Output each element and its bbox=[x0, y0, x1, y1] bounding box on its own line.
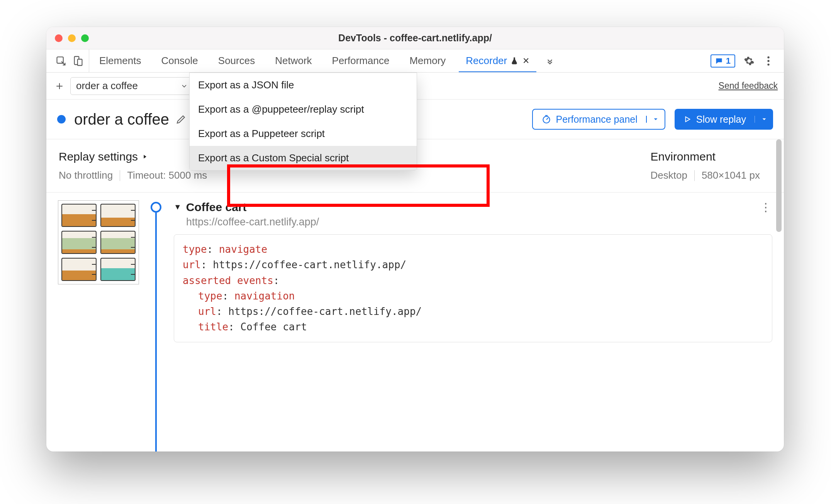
slow-replay-caret[interactable] bbox=[755, 116, 773, 123]
new-recording-button[interactable]: ＋ bbox=[53, 79, 66, 93]
export-custom-special[interactable]: Export as a Custom Special script bbox=[190, 146, 417, 170]
viewport-value: 580×1041 px bbox=[702, 169, 760, 181]
more-tabs-button[interactable] bbox=[539, 49, 560, 72]
button-label: Performance panel bbox=[556, 114, 638, 125]
code-key: url bbox=[198, 306, 216, 317]
slow-replay-button[interactable]: Slow replay bbox=[675, 109, 773, 130]
panel-tabs: Elements Console Sources Network Perform… bbox=[89, 49, 704, 72]
tab-label: Elements bbox=[99, 55, 141, 67]
throttling-value: No throttling bbox=[59, 169, 113, 181]
code-val: https://coffee-cart.netlify.app/ bbox=[213, 259, 406, 271]
scrollbar[interactable] bbox=[776, 139, 782, 232]
panel-tabs-row: Elements Console Sources Network Perform… bbox=[46, 49, 784, 73]
code-val: https://coffee-cart.netlify.app/ bbox=[228, 306, 422, 317]
tab-performance[interactable]: Performance bbox=[322, 49, 400, 72]
export-menu: Export as a JSON file Export as a @puppe… bbox=[189, 73, 417, 171]
titlebar: DevTools - coffee-cart.netlify.app/ bbox=[46, 27, 784, 49]
tab-label: Network bbox=[275, 55, 312, 67]
divider bbox=[120, 170, 120, 181]
recording-status-dot bbox=[57, 115, 66, 123]
tab-network[interactable]: Network bbox=[265, 49, 322, 72]
devtools-window: DevTools - coffee-cart.netlify.app/ Elem… bbox=[46, 27, 784, 452]
performance-panel-button[interactable]: Performance panel bbox=[532, 109, 665, 130]
recording-picker[interactable]: order a coffee bbox=[70, 77, 194, 95]
tab-recorder[interactable]: Recorder ✕ bbox=[456, 49, 539, 72]
flask-icon bbox=[510, 57, 519, 65]
toolbar-right: 1 bbox=[704, 49, 780, 72]
tab-label: Performance bbox=[332, 55, 390, 67]
environment-label: Environment bbox=[651, 150, 716, 163]
export-puppeteer-replay[interactable]: Export as a @puppeteer/replay script bbox=[190, 97, 417, 122]
step-url: https://coffee-cart.netlify.app/ bbox=[186, 216, 772, 228]
recording-header: order a coffee Export as a JSON file Exp… bbox=[46, 100, 784, 139]
recording-picker-label: order a coffee bbox=[76, 80, 175, 92]
step-marker bbox=[151, 202, 161, 213]
svg-point-4 bbox=[767, 60, 769, 62]
tab-sources[interactable]: Sources bbox=[208, 49, 265, 72]
tab-label: Recorder bbox=[466, 55, 507, 67]
steps-area: ▼ Coffee cart ⋮ https://coffee-cart.netl… bbox=[46, 193, 784, 350]
screenshot-thumbnail[interactable] bbox=[58, 200, 139, 342]
divider bbox=[694, 170, 695, 181]
traffic-lights bbox=[55, 34, 89, 42]
section-label: Replay settings bbox=[59, 150, 138, 163]
code-val: Coffee cart bbox=[241, 321, 307, 333]
step-disclosure-icon[interactable]: ▼ bbox=[174, 203, 181, 211]
settings-gear-icon[interactable] bbox=[744, 56, 755, 66]
replay-settings-toggle[interactable]: Replay settings bbox=[59, 150, 207, 163]
issues-badge[interactable]: 1 bbox=[711, 54, 735, 68]
performance-panel-caret[interactable] bbox=[646, 116, 665, 123]
tab-elements[interactable]: Elements bbox=[89, 49, 151, 72]
code-val: navigation bbox=[234, 290, 295, 302]
edit-title-icon[interactable] bbox=[175, 113, 187, 125]
code-key: type bbox=[198, 290, 222, 302]
step-menu-icon[interactable]: ⋮ bbox=[760, 200, 772, 214]
inspect-tools bbox=[50, 49, 89, 72]
code-val: navigate bbox=[219, 244, 267, 255]
tab-memory[interactable]: Memory bbox=[399, 49, 456, 72]
send-feedback-link[interactable]: Send feedback bbox=[719, 81, 778, 91]
svg-point-5 bbox=[767, 63, 769, 65]
export-puppeteer[interactable]: Export as a Puppeteer script bbox=[190, 122, 417, 146]
tab-label: Sources bbox=[218, 55, 255, 67]
device-value: Desktop bbox=[651, 169, 687, 181]
code-key: type bbox=[183, 244, 207, 255]
tab-label: Memory bbox=[409, 55, 446, 67]
inspect-element-icon[interactable] bbox=[56, 56, 66, 66]
issues-count: 1 bbox=[726, 56, 731, 66]
device-toolbar-icon[interactable] bbox=[73, 56, 83, 66]
tab-label: Console bbox=[161, 55, 198, 67]
chevron-down-icon bbox=[180, 82, 188, 90]
zoom-window-button[interactable] bbox=[81, 34, 89, 42]
step-code-card: type: navigate url: https://coffee-cart.… bbox=[174, 234, 772, 342]
minimize-window-button[interactable] bbox=[68, 34, 76, 42]
code-key: asserted events bbox=[183, 275, 273, 286]
svg-rect-2 bbox=[78, 59, 82, 65]
kebab-menu-icon[interactable] bbox=[763, 56, 774, 66]
timeout-value: Timeout: 5000 ms bbox=[127, 169, 207, 181]
code-key: title bbox=[198, 321, 228, 333]
button-label: Slow replay bbox=[696, 114, 746, 125]
window-title: DevTools - coffee-cart.netlify.app/ bbox=[46, 32, 784, 44]
close-window-button[interactable] bbox=[55, 34, 63, 42]
code-key: url bbox=[183, 259, 201, 271]
step-title: Coffee cart bbox=[186, 201, 247, 214]
recording-title: order a coffee bbox=[74, 111, 169, 128]
svg-point-3 bbox=[767, 56, 769, 58]
tab-console[interactable]: Console bbox=[151, 49, 208, 72]
export-json[interactable]: Export as a JSON file bbox=[190, 73, 417, 97]
step-timeline bbox=[151, 200, 162, 342]
close-tab-icon[interactable]: ✕ bbox=[522, 56, 529, 66]
